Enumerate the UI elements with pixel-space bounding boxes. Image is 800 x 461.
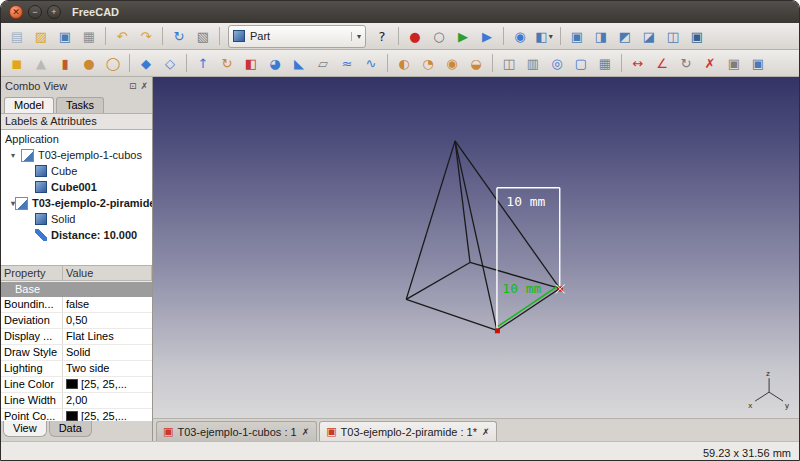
height-dimension-label[interactable]: 10 mm [506, 194, 545, 209]
tree-item-solid[interactable]: Solid [1, 211, 152, 227]
measure-toggle-all-button[interactable]: ▣ [723, 52, 745, 74]
value-column-header[interactable]: Value [63, 266, 152, 281]
macro-record-button[interactable]: ● [404, 25, 426, 47]
maximize-button[interactable] [47, 5, 61, 19]
property-row-line-width[interactable]: Line Width 2,00 [1, 393, 152, 409]
property-group-base[interactable]: Base [1, 282, 152, 297]
property-value[interactable]: false [63, 297, 152, 312]
view-front-button[interactable]: ▣ [566, 25, 588, 47]
thickness-button[interactable]: ▢ [570, 52, 592, 74]
redo-button[interactable]: ↷ [135, 25, 157, 47]
fit-all-button[interactable]: ◉ [509, 25, 531, 47]
macro-debug-button[interactable]: ▶ [476, 25, 498, 47]
property-value[interactable]: [25, 25,... [63, 377, 152, 392]
part-box-button[interactable]: ◼ [6, 52, 28, 74]
property-value[interactable]: 0,50 [63, 313, 152, 328]
tree-item-application[interactable]: Application [1, 131, 152, 147]
close-button[interactable] [9, 5, 23, 19]
part-cylinder-button[interactable]: ▮ [54, 52, 76, 74]
save-button[interactable]: ▣ [54, 25, 76, 47]
new-document-button[interactable]: ▤ [6, 25, 28, 47]
width-dimension-label[interactable]: 10 mm [502, 281, 541, 296]
part-cone-button[interactable]: ▲ [30, 52, 52, 74]
property-value[interactable]: 2,00 [63, 393, 152, 408]
view-left-button[interactable]: ▣ [686, 25, 708, 47]
part-primitives-button[interactable]: ◆ [135, 52, 157, 74]
property-value[interactable]: Two side [63, 361, 152, 376]
tree-item-document-cubos[interactable]: T03-ejemplo-1-cubos [1, 147, 152, 163]
close-panel-icon[interactable] [140, 81, 148, 91]
property-row-draw-style[interactable]: Draw Style Solid [1, 345, 152, 361]
minimize-button[interactable] [28, 5, 42, 19]
close-icon[interactable] [481, 427, 491, 437]
tab-model[interactable]: Model [4, 97, 54, 113]
property-row-point-color[interactable]: Point Co... [25, 25,... [1, 409, 152, 421]
tab-tasks[interactable]: Tasks [56, 97, 104, 113]
view-rear-button[interactable]: ◪ [638, 25, 660, 47]
ruled-surface-button[interactable]: ▱ [312, 52, 334, 74]
toolbar-row-1: ▤▨▣▦↶↷↻▧ Part ?●○▶▶◉◧▣◨◩◪◫▣ [1, 23, 799, 50]
boolean-union-button[interactable]: ◉ [441, 52, 463, 74]
3d-viewport[interactable]: 10 mm 10 mm [153, 77, 799, 418]
boolean-intersection-button[interactable]: ◒ [465, 52, 487, 74]
measure-clear-button[interactable]: ✗ [699, 52, 721, 74]
print-button[interactable]: ▦ [78, 25, 100, 47]
compound-button[interactable]: ▦ [594, 52, 616, 74]
expand-arrow-icon[interactable] [11, 151, 21, 160]
property-column-header[interactable]: Property [1, 266, 63, 281]
property-value[interactable]: [25, 25,... [63, 409, 152, 421]
property-row-lighting[interactable]: Lighting Two side [1, 361, 152, 377]
tab-view[interactable]: View [3, 421, 47, 437]
whats-this-button[interactable]: ? [371, 25, 393, 47]
tree-item-cube[interactable]: Cube [1, 163, 152, 179]
property-value[interactable]: Solid [63, 345, 152, 360]
shape-builder-button[interactable]: ◇ [159, 52, 181, 74]
doc-tab-piramide[interactable]: T03-ejemplo-2-piramide : 1* [319, 421, 497, 441]
part-torus-button[interactable]: ◯ [102, 52, 124, 74]
float-panel-icon[interactable] [129, 81, 137, 91]
measure-angular-button[interactable]: ∠ [651, 52, 673, 74]
tab-data[interactable]: Data [49, 421, 92, 437]
property-row-boundingbox[interactable]: Boundin... false [1, 297, 152, 313]
sweep-button[interactable]: ∿ [360, 52, 382, 74]
fillet-button[interactable]: ◕ [264, 52, 286, 74]
doc-tab-cubos[interactable]: T03-ejemplo-1-cubos : 1 [156, 421, 317, 441]
loft-button[interactable]: ≈ [336, 52, 358, 74]
measure-refresh-button[interactable]: ↻ [675, 52, 697, 74]
workbench-selector[interactable]: Part [228, 25, 366, 48]
toolbar-icon: ↻ [174, 30, 185, 43]
measurement-icon [35, 229, 47, 241]
refresh-button[interactable]: ↻ [168, 25, 190, 47]
cross-sections-button[interactable]: ▥ [522, 52, 544, 74]
property-row-display-mode[interactable]: Display ... Flat Lines [1, 329, 152, 345]
mirror-button[interactable]: ◧ [240, 52, 262, 74]
property-value[interactable]: Flat Lines [63, 329, 152, 344]
undo-button[interactable]: ↶ [111, 25, 133, 47]
part-sphere-button[interactable]: ● [78, 52, 100, 74]
section-button[interactable]: ◫ [498, 52, 520, 74]
window-title: FreeCAD [72, 6, 119, 18]
offset-button[interactable]: ◎ [546, 52, 568, 74]
view-top-button[interactable]: ◨ [590, 25, 612, 47]
macro-play-button[interactable]: ▶ [452, 25, 474, 47]
tree-item-document-piramide[interactable]: T03-ejemplo-2-piramide [1, 195, 152, 211]
view-bottom-button[interactable]: ◫ [662, 25, 684, 47]
chamfer-button[interactable]: ◣ [288, 52, 310, 74]
paste-button[interactable]: ▧ [192, 25, 214, 47]
view-right-button[interactable]: ◩ [614, 25, 636, 47]
macro-stop-button[interactable]: ○ [428, 25, 450, 47]
view-isometric-dropdown[interactable]: ◧ [533, 25, 555, 47]
measure-linear-button[interactable]: ↔ [627, 52, 649, 74]
boolean-button[interactable]: ◐ [393, 52, 415, 74]
boolean-cut-button[interactable]: ◔ [417, 52, 439, 74]
tree-item-cube001[interactable]: Cube001 [1, 179, 152, 195]
close-icon[interactable] [301, 427, 311, 437]
revolve-button[interactable]: ↻ [216, 52, 238, 74]
toolbar-icon: ∿ [366, 57, 377, 70]
tree-item-distance[interactable]: Distance: 10.000 [1, 227, 152, 243]
open-document-button[interactable]: ▨ [30, 25, 52, 47]
property-row-line-color[interactable]: Line Color [25, 25,... [1, 377, 152, 393]
measure-toggle-3d-button[interactable]: ▣ [747, 52, 769, 74]
extrude-button[interactable]: ↑ [192, 52, 214, 74]
property-row-deviation[interactable]: Deviation 0,50 [1, 313, 152, 329]
